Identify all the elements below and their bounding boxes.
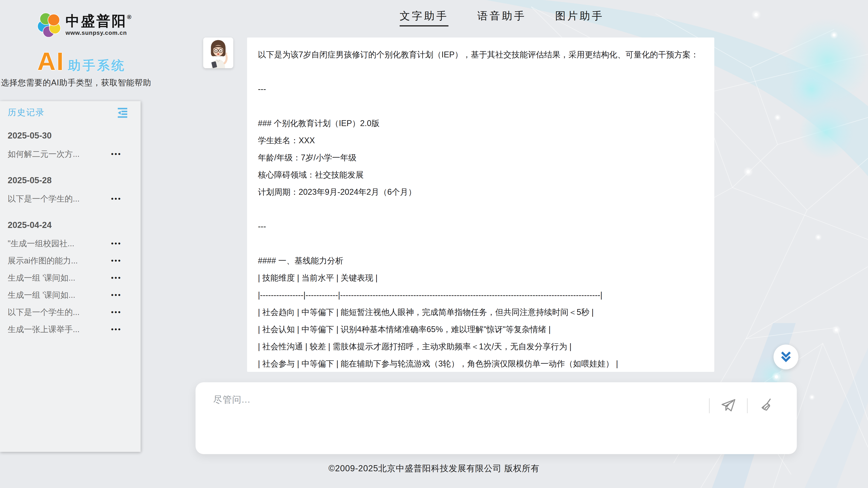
history-item-label: "生成一组校园社... — [8, 238, 74, 249]
app-subtitle: 选择您需要的AI助手类型，获取智能帮助 — [1, 77, 151, 88]
brand-header: 中盛普阳 ® www.sunpsy.com.cn — [36, 12, 131, 38]
tab-text-assistant[interactable]: 文字助手 — [400, 10, 448, 26]
history-header: 历史记录 — [0, 101, 141, 119]
history-item-menu-button[interactable]: ••• — [111, 145, 122, 163]
history-item-menu-button[interactable]: ••• — [111, 190, 122, 207]
brand-url: www.sunpsy.com.cn — [66, 29, 131, 36]
history-item-menu-button[interactable]: ••• — [111, 287, 122, 304]
history-item[interactable]: "生成一组校园社... ••• — [8, 235, 133, 252]
history-date: 2025-05-28 — [8, 173, 133, 187]
history-panel: 历史记录 2025-05-30 如何解二元一次方... ••• 2025-05- — [0, 101, 141, 452]
history-item[interactable]: 生成一组 '课间如... ••• — [8, 269, 133, 287]
history-date: 2025-04-24 — [8, 218, 133, 232]
app-title-ai: AI — [37, 50, 64, 73]
tab-voice-assistant[interactable]: 语音助手 — [477, 10, 526, 26]
assistant-avatar-illustration — [203, 37, 233, 68]
composer-input[interactable] — [213, 391, 699, 408]
history-item-label: 生成一张上课举手... — [8, 324, 80, 335]
assistant-message-bubble: 以下是为该7岁自闭症男孩修订的个别化教育计划（IEP），基于其社交技能评估结果，… — [247, 37, 714, 372]
history-item[interactable]: 如何解二元一次方... ••• — [8, 145, 133, 163]
brand-text-block: 中盛普阳 ® www.sunpsy.com.cn — [66, 12, 131, 36]
scroll-to-bottom-button[interactable] — [774, 345, 798, 369]
message-composer — [195, 382, 797, 454]
app-title: AI 助手系统 — [37, 50, 126, 73]
history-item-label: 以下是一个学生的... — [8, 193, 80, 204]
history-item-menu-button[interactable]: ••• — [111, 304, 122, 321]
history-title: 历史记录 — [8, 106, 45, 119]
composer-actions — [709, 398, 785, 414]
history-item-label: 以下是一个学生的... — [8, 307, 80, 318]
assistant-message-text: 以下是为该7岁自闭症男孩修订的个别化教育计划（IEP），基于其社交技能评估结果，… — [247, 37, 714, 372]
paper-plane-icon — [719, 398, 738, 414]
tab-image-assistant[interactable]: 图片助手 — [555, 10, 604, 26]
indent-collapse-icon — [116, 106, 129, 119]
history-list: 2025-05-30 如何解二元一次方... ••• 2025-05-28 以下… — [0, 119, 141, 338]
brand-flower-logo-icon — [36, 12, 62, 38]
history-item-label: 展示ai作图的能力... — [8, 255, 78, 266]
broom-icon — [757, 398, 776, 414]
double-chevron-down-icon — [778, 350, 794, 364]
collapse-sidebar-button[interactable] — [116, 106, 129, 119]
history-item[interactable]: 生成一张上课举手... ••• — [8, 321, 133, 338]
history-group: 2025-05-30 如何解二元一次方... ••• — [8, 129, 133, 163]
history-item[interactable]: 以下是一个学生的... ••• — [8, 190, 133, 207]
brand-name: 中盛普阳 — [66, 14, 127, 28]
history-item-label: 如何解二元一次方... — [8, 149, 80, 160]
history-item[interactable]: 以下是一个学生的... ••• — [8, 304, 133, 321]
history-group: 2025-04-24 "生成一组校园社... ••• 展示ai作图的能力... … — [8, 218, 133, 338]
history-date: 2025-05-30 — [8, 129, 133, 142]
send-button[interactable] — [719, 398, 738, 414]
divider — [709, 398, 710, 413]
history-item-menu-button[interactable]: ••• — [111, 252, 122, 269]
history-item-menu-button[interactable]: ••• — [111, 269, 122, 287]
history-item[interactable]: 展示ai作图的能力... ••• — [8, 252, 133, 269]
history-item-menu-button[interactable]: ••• — [111, 235, 122, 252]
assistant-avatar — [203, 37, 233, 68]
divider — [747, 398, 747, 413]
history-group: 2025-05-28 以下是一个学生的... ••• — [8, 173, 133, 207]
history-item[interactable]: 生成一组 '课间如... ••• — [8, 287, 133, 304]
history-item-label: 生成一组 '课间如... — [8, 290, 75, 301]
app-title-suffix: 助手系统 — [68, 58, 126, 73]
history-item-menu-button[interactable]: ••• — [111, 321, 122, 338]
clear-button[interactable] — [757, 398, 776, 414]
footer-copyright: ©2009-2025北京中盛普阳科技发展有限公司 版权所有 — [0, 463, 868, 474]
brand-registered-mark: ® — [127, 13, 131, 21]
history-item-label: 生成一组 '课间如... — [8, 272, 75, 284]
assistant-tabs: 文字助手 语音助手 图片助手 — [400, 10, 604, 26]
